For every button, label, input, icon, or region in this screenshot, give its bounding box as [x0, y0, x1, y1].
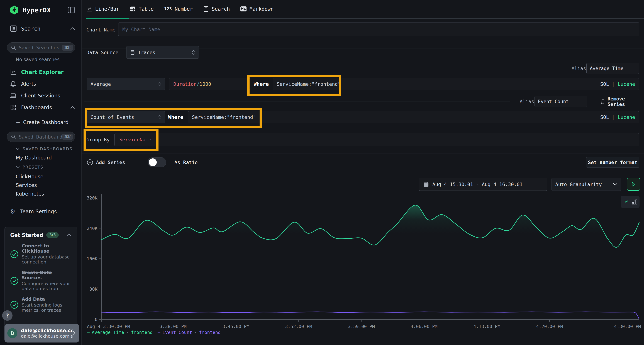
- chevron-up-icon[interactable]: [67, 234, 72, 237]
- sidebar-item-dashboards[interactable]: Dashboards: [0, 102, 82, 113]
- where-label-2: Where: [168, 111, 183, 123]
- chevron-down-icon: [16, 166, 20, 168]
- alias-input-2[interactable]: [534, 96, 587, 107]
- get-started-title: Get Started: [10, 232, 43, 238]
- sidebar: HyperDX Search: [0, 0, 82, 345]
- search-section-header[interactable]: Search: [0, 20, 82, 37]
- shortcut-badge: ⌘K: [62, 45, 73, 50]
- lucene-mode-link[interactable]: Lucene: [618, 81, 635, 87]
- as-ratio-toggle[interactable]: [148, 157, 166, 167]
- get-started-item-connect[interactable]: Connect to ClickHouse Set up your databa…: [10, 244, 72, 265]
- get-started-item-add-data[interactable]: Add Data Start sending logs, metrics, or…: [10, 297, 72, 313]
- help-button[interactable]: ?: [2, 310, 12, 321]
- sidebar-item-kubernetes[interactable]: Kubernetes: [16, 191, 44, 197]
- saved-dashboards-placeholder: Saved Dashboards: [19, 134, 62, 140]
- svg-text:240K: 240K: [87, 226, 98, 231]
- time-range-input[interactable]: Aug 4 15:30:01 - Aug 4 16:30:01: [419, 178, 547, 191]
- search-section-label: Search: [21, 25, 40, 32]
- sidebar-item-client-sessions[interactable]: Client Sessions: [0, 90, 82, 101]
- timeseries-chart[interactable]: 080K160K240K320KAug 4 3:30:00 PM3:38:00 …: [82, 189, 644, 345]
- collapse-sidebar-icon[interactable]: [68, 7, 75, 13]
- expression-input-1[interactable]: Duration/1000: [169, 78, 250, 90]
- gear-icon: ⚙: [10, 208, 16, 215]
- granularity-select[interactable]: Auto Granularity: [552, 178, 621, 191]
- lucene-mode-link[interactable]: Lucene: [618, 114, 635, 120]
- sidebar-item-clickhouse[interactable]: ClickHouse: [16, 174, 43, 180]
- create-dashboard-button[interactable]: + Create Dashboard: [16, 118, 68, 127]
- presets-section-header[interactable]: PRESETS: [16, 165, 43, 169]
- chart-legend[interactable]: —Average Time·frontend—Event Count·front…: [87, 330, 220, 335]
- data-source-select[interactable]: Traces: [126, 46, 199, 59]
- main-content: Line/Bar Table 123 Number: [82, 0, 644, 345]
- chevron-up-icon: [70, 27, 75, 30]
- user-menu[interactable]: D dale@clickhouse.com dale@clickhouse.co…: [4, 324, 79, 343]
- search-icon: [11, 45, 16, 50]
- tab-markdown[interactable]: Markdown: [240, 6, 274, 12]
- chevron-up-icon: [70, 106, 75, 109]
- svg-text:320K: 320K: [87, 195, 98, 201]
- group-by-label: Group By: [86, 133, 110, 146]
- sql-mode-link[interactable]: SQL: [600, 114, 609, 120]
- set-number-format-button[interactable]: Set number format: [586, 157, 639, 168]
- svg-text:3:45:00 PM: 3:45:00 PM: [222, 324, 249, 329]
- select-chevrons-icon: [158, 81, 161, 87]
- where-label-1: Where: [254, 78, 269, 90]
- check-circle-icon: [10, 301, 18, 309]
- search-icon: [11, 134, 16, 139]
- laptop-icon: [10, 92, 16, 99]
- tab-table[interactable]: Table: [130, 6, 154, 12]
- legend-item[interactable]: —Average Time·frontend: [87, 330, 152, 335]
- data-source-label: Data Source: [86, 46, 118, 59]
- select-chevrons-icon: [158, 114, 161, 120]
- chart-name-input-field[interactable]: [118, 23, 639, 36]
- play-icon: [632, 182, 636, 187]
- sidebar-item-services[interactable]: Services: [16, 182, 37, 188]
- logo-row: HyperDX: [0, 0, 82, 20]
- alias-label-1: Alias: [572, 63, 586, 74]
- aggregation-select-1[interactable]: Average: [87, 78, 165, 90]
- expression-tokens: Duration/1000: [173, 81, 211, 87]
- shortcut-badge: ⌘K: [62, 134, 73, 140]
- group-by-input[interactable]: ServiceName: [114, 133, 639, 146]
- alias-input-1-field[interactable]: [586, 63, 639, 74]
- saved-dashboards-section-header[interactable]: SAVED DASHBOARDS: [16, 147, 72, 151]
- calendar-icon: [424, 181, 429, 187]
- chart-type-toggle: [621, 196, 640, 208]
- svg-text:3:52:00 PM: 3:52:00 PM: [285, 324, 312, 329]
- chart-name-input[interactable]: [118, 22, 639, 36]
- select-chevrons-icon: [192, 49, 195, 55]
- line-chart-toggle-icon[interactable]: [623, 199, 629, 205]
- number-123-icon: 123: [164, 6, 172, 11]
- tab-number[interactable]: 123 Number: [164, 6, 193, 12]
- run-query-button[interactable]: [627, 178, 640, 191]
- saved-searches-input[interactable]: Saved Searches ⌘K: [7, 42, 75, 53]
- sidebar-item-alerts[interactable]: Alerts: [0, 78, 82, 89]
- chart-name-label: Chart Name: [86, 23, 116, 36]
- add-series-button[interactable]: Add Series: [87, 157, 125, 168]
- tab-search[interactable]: Search: [203, 6, 230, 12]
- tab-track: [86, 18, 644, 19]
- where-input-1[interactable]: ServiceName:"frontend" SQL | Lucene: [273, 78, 639, 90]
- legend-item[interactable]: —Event Count·frontend: [158, 330, 220, 335]
- view-tabs: Line/Bar Table 123 Number: [82, 0, 644, 19]
- aggregation-select-2[interactable]: Count of Events: [87, 111, 165, 123]
- database-icon: [130, 50, 135, 55]
- svg-text:3:38:00 PM: 3:38:00 PM: [160, 324, 187, 329]
- sidebar-item-team-settings[interactable]: ⚙ Team Settings: [0, 206, 82, 217]
- sidebar-item-my-dashboard[interactable]: My Dashboard: [16, 155, 52, 161]
- tab-line-bar[interactable]: Line/Bar: [86, 6, 119, 12]
- svg-text:4:06:00 PM: 4:06:00 PM: [410, 324, 438, 329]
- bar-chart-toggle-icon[interactable]: [632, 199, 637, 205]
- line-chart-icon: [10, 69, 16, 75]
- remove-series-button[interactable]: Remove Series: [600, 96, 644, 107]
- sql-mode-link[interactable]: SQL: [600, 81, 609, 87]
- alias-input-1[interactable]: [586, 63, 639, 74]
- sidebar-item-chart-explorer[interactable]: Chart Explorer: [0, 66, 82, 78]
- table-icon: [130, 6, 136, 12]
- where-input-2[interactable]: ServiceName:"frontend" SQL | Lucene: [188, 111, 639, 123]
- dashboards-grid-icon: [10, 104, 16, 111]
- get-started-item-data-sources[interactable]: Create Data Sources Configure where your…: [10, 270, 72, 291]
- saved-dashboards-input[interactable]: Saved Dashboards ⌘K: [7, 132, 75, 142]
- svg-text:0: 0: [95, 317, 98, 322]
- alias-input-2-field[interactable]: [535, 96, 587, 107]
